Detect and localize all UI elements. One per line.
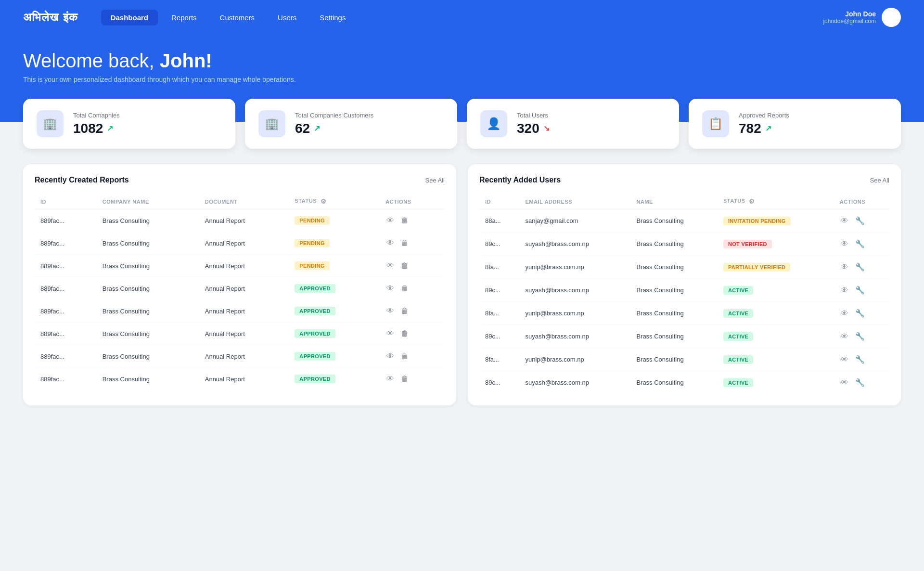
report-actions: 👁 🗑 (380, 232, 445, 255)
action-icons: 👁 🔧 (840, 308, 884, 319)
nav-dashboard[interactable]: Dashboard (101, 10, 158, 26)
edit-user-button[interactable]: 🔧 (854, 331, 866, 342)
status-filter-icon[interactable]: ⚙ (321, 198, 327, 205)
table-row: 889fac... Brass Consulting Annual Report… (35, 209, 445, 232)
action-icons: 👁 🗑 (385, 328, 439, 339)
table-row: 889fac... Brass Consulting Annual Report… (35, 368, 445, 390)
reports-table-header: Recently Created Reports See All (35, 176, 445, 184)
delete-button[interactable]: 🗑 (400, 374, 410, 384)
view-user-button[interactable]: 👁 (840, 354, 849, 365)
delete-button[interactable]: 🗑 (400, 351, 410, 362)
ucol-actions: ACTIONS (834, 194, 889, 209)
report-company: Brass Consulting (97, 300, 199, 323)
stat-label-2: Total Users (517, 112, 550, 119)
view-button[interactable]: 👁 (385, 374, 395, 384)
view-button[interactable]: 👁 (385, 215, 395, 226)
reports-table-body: 889fac... Brass Consulting Annual Report… (35, 209, 445, 390)
edit-user-button[interactable]: 🔧 (854, 285, 866, 296)
status-badge: ACTIVE (723, 355, 753, 364)
stat-value-3: 782 ↗ (739, 121, 789, 136)
nav-reports[interactable]: Reports (162, 10, 206, 26)
table-row: 89c... suyash@brass.com.np Brass Consult… (479, 371, 889, 394)
report-status: PENDING (289, 232, 380, 255)
view-user-button[interactable]: 👁 (840, 331, 849, 342)
status-badge: PENDING (295, 261, 329, 270)
report-actions: 👁 🗑 (380, 368, 445, 390)
edit-user-button[interactable]: 🔧 (854, 377, 866, 388)
report-document: Annual Report (199, 323, 289, 345)
status-badge: APPROVED (295, 375, 335, 383)
nav-settings[interactable]: Settings (310, 10, 355, 26)
view-user-button[interactable]: 👁 (840, 216, 849, 226)
user-email: suyash@brass.com.np (519, 279, 630, 302)
edit-user-button[interactable]: 🔧 (854, 215, 866, 226)
view-user-button[interactable]: 👁 (840, 262, 849, 273)
nav-users[interactable]: Users (268, 10, 306, 26)
user-name: Brass Consulting (630, 302, 718, 325)
delete-button[interactable]: 🗑 (400, 215, 410, 226)
edit-user-button[interactable]: 🔧 (854, 308, 866, 319)
status-badge: APPROVED (295, 284, 335, 293)
table-row: 889fac... Brass Consulting Annual Report… (35, 232, 445, 255)
stat-label-0: Total Comapnies (73, 112, 120, 119)
stat-card-1: 🏢 Total Companies Customers 62 ↗ (245, 99, 457, 149)
report-id: 889fac... (35, 345, 97, 368)
status-badge: ACTIVE (723, 378, 753, 387)
report-document: Annual Report (199, 277, 289, 300)
report-company: Brass Consulting (97, 209, 199, 232)
delete-button[interactable]: 🗑 (400, 306, 410, 316)
user-actions: 👁 🔧 (834, 279, 889, 302)
view-user-button[interactable]: 👁 (840, 308, 849, 319)
view-button[interactable]: 👁 (385, 238, 395, 248)
users-see-all[interactable]: See All (870, 177, 889, 184)
reports-table: ID COMPANY NAME DOCUMENT STATUS ⚙ ACTION… (35, 194, 445, 390)
trend-down-icon: ↘ (543, 124, 550, 133)
content-area: Recently Created Reports See All ID COMP… (0, 149, 924, 421)
report-status: APPROVED (289, 277, 380, 300)
status-badge: PARTIALLY VERIFIED (723, 263, 790, 272)
stat-info-3: Approved Reports 782 ↗ (739, 112, 789, 136)
view-button[interactable]: 👁 (385, 260, 395, 271)
user-status-filter-icon[interactable]: ⚙ (749, 198, 755, 205)
report-actions: 👁 🗑 (380, 209, 445, 232)
user-status: NOT VERIFIED (718, 233, 834, 256)
view-button[interactable]: 👁 (385, 328, 395, 339)
edit-user-button[interactable]: 🔧 (854, 354, 866, 365)
stats-section: 🏢 Total Comapnies 1082 ↗ 🏢 Total Compani… (0, 99, 924, 149)
view-user-button[interactable]: 👁 (840, 377, 849, 388)
view-button[interactable]: 👁 (385, 283, 395, 294)
user-email: yunip@brass.com.np (519, 256, 630, 279)
report-status: APPROVED (289, 323, 380, 345)
user-name: Brass Consulting (630, 209, 718, 233)
table-row: 889fac... Brass Consulting Annual Report… (35, 277, 445, 300)
view-user-button[interactable]: 👁 (840, 239, 849, 249)
action-icons: 👁 🔧 (840, 377, 884, 388)
action-icons: 👁 🔧 (840, 261, 884, 273)
report-document: Annual Report (199, 345, 289, 368)
reports-see-all[interactable]: See All (425, 177, 445, 184)
nav-customers[interactable]: Customers (210, 10, 265, 26)
edit-user-button[interactable]: 🔧 (854, 238, 866, 249)
delete-button[interactable]: 🗑 (400, 328, 410, 339)
table-row: 8fa... yunip@brass.com.np Brass Consulti… (479, 348, 889, 371)
delete-button[interactable]: 🗑 (400, 260, 410, 271)
users-table: ID EMAIL ADDRESS NAME STATUS ⚙ ACTIONS 8… (479, 194, 889, 394)
table-row: 889fac... Brass Consulting Annual Report… (35, 300, 445, 323)
view-button[interactable]: 👁 (385, 351, 395, 362)
user-actions: 👁 🔧 (834, 233, 889, 256)
edit-user-button[interactable]: 🔧 (854, 261, 866, 273)
delete-button[interactable]: 🗑 (400, 283, 410, 294)
report-id: 889fac... (35, 323, 97, 345)
avatar[interactable] (882, 8, 901, 27)
report-status: APPROVED (289, 368, 380, 390)
user-email: johndoe@gmail.com (823, 18, 876, 25)
view-button[interactable]: 👁 (385, 306, 395, 316)
status-badge: ACTIVE (723, 309, 753, 318)
delete-button[interactable]: 🗑 (400, 238, 410, 248)
report-status: PENDING (289, 209, 380, 232)
view-user-button[interactable]: 👁 (840, 285, 849, 296)
user-actions: 👁 🔧 (834, 209, 889, 233)
trend-up-icon: ↗ (107, 124, 113, 133)
table-row: 88a... sanjay@gmail.com Brass Consulting… (479, 209, 889, 233)
action-icons: 👁 🗑 (385, 306, 439, 316)
